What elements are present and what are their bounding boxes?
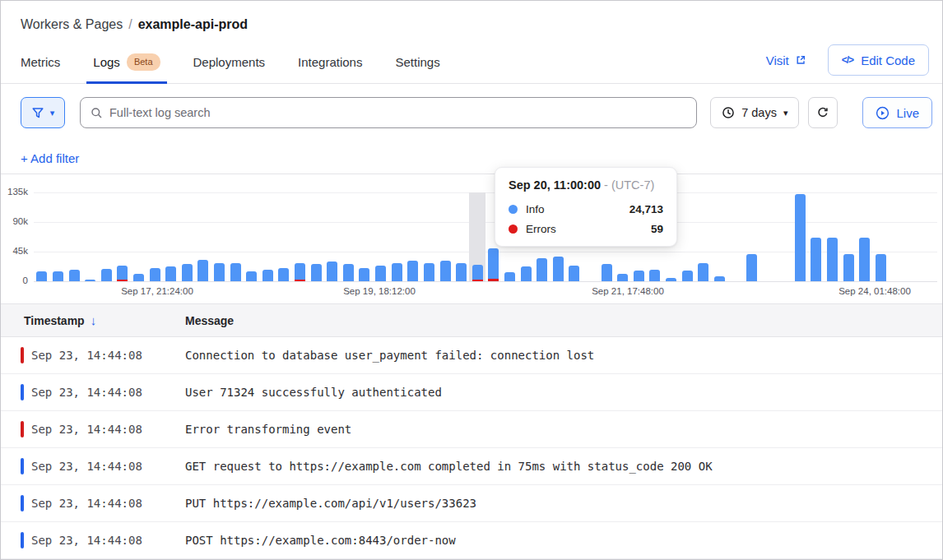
- log-timestamp: Sep 23, 14:44:08: [31, 349, 165, 362]
- log-table-header: Timestamp ↓ Message: [1, 303, 942, 337]
- chart-bar[interactable]: [682, 271, 693, 281]
- chart-bar[interactable]: [311, 264, 322, 281]
- chart-bar[interactable]: [295, 263, 305, 281]
- log-row[interactable]: Sep 23, 14:44:08Error transforming event: [1, 411, 942, 448]
- log-message: Error transforming event: [185, 423, 351, 436]
- chart-bar[interactable]: [150, 268, 160, 281]
- tooltip-series-label: Info: [526, 203, 545, 215]
- log-message: Connection to database user_payment fail…: [185, 349, 594, 362]
- live-label: Live: [896, 106, 919, 120]
- add-filter-link[interactable]: + Add filter: [21, 151, 79, 165]
- chart-bar[interactable]: [666, 278, 676, 281]
- caret-down-icon: ▾: [50, 109, 55, 118]
- chart-bar[interactable]: [230, 263, 241, 281]
- edit-code-button[interactable]: </> Edit Code: [828, 44, 929, 76]
- chart-bar[interactable]: [488, 248, 499, 281]
- chart-bar[interactable]: [843, 254, 854, 281]
- time-range-label: 7 days: [741, 106, 777, 119]
- log-row[interactable]: Sep 23, 14:44:08GET request to https://e…: [1, 448, 942, 485]
- error-level-indicator: [21, 421, 24, 437]
- log-volume-chart: 135k90k45k0Sep 17, 21:24:00Sep 19, 18:12…: [1, 174, 942, 303]
- log-row[interactable]: Sep 23, 14:44:08POST https://example.com…: [1, 522, 942, 559]
- chart-bar[interactable]: [521, 266, 532, 281]
- tab-label: Deployments: [193, 55, 266, 69]
- chart-bar[interactable]: [504, 272, 515, 281]
- chart-bar[interactable]: [246, 271, 257, 281]
- chart-bar[interactable]: [569, 266, 579, 281]
- chart-bar[interactable]: [165, 266, 176, 281]
- chart-bar[interactable]: [634, 271, 644, 281]
- chart-bar[interactable]: [182, 264, 193, 281]
- chart-bar[interactable]: [440, 261, 451, 281]
- chart-bar[interactable]: [343, 264, 354, 281]
- chart-bar[interactable]: [278, 268, 289, 281]
- edit-code-label: Edit Code: [861, 53, 915, 67]
- chart-bar[interactable]: [133, 274, 144, 281]
- chart-bar[interactable]: [117, 266, 128, 281]
- search-icon: [91, 107, 103, 119]
- live-button[interactable]: Live: [862, 97, 932, 128]
- chart-bar[interactable]: [698, 263, 708, 281]
- tooltip-series-value: 59: [651, 223, 663, 235]
- tooltip-title: Sep 20, 11:00:00 - (UTC-7): [509, 178, 663, 192]
- chart-bar[interactable]: [602, 264, 612, 281]
- tab-settings[interactable]: Settings: [388, 45, 446, 83]
- chart-bar[interactable]: [859, 238, 870, 281]
- log-search-box: [80, 97, 697, 128]
- chart-bar[interactable]: [827, 238, 838, 281]
- log-timestamp: Sep 23, 14:44:08: [31, 460, 165, 473]
- chart-bar[interactable]: [553, 257, 564, 281]
- chart-bar[interactable]: [407, 261, 418, 281]
- log-timestamp: Sep 23, 14:44:08: [31, 423, 165, 436]
- tooltip-timestamp: Sep 20, 11:00:00: [509, 178, 601, 192]
- chart-bar[interactable]: [537, 258, 547, 281]
- tab-logs[interactable]: LogsBeta: [86, 45, 166, 83]
- chart-bar[interactable]: [53, 271, 63, 281]
- tab-integrations[interactable]: Integrations: [291, 45, 369, 83]
- chart-bar[interactable]: [746, 254, 757, 281]
- header-actions: Visit </> Edit Code: [766, 44, 929, 76]
- tab-metrics[interactable]: Metrics: [14, 45, 67, 83]
- time-range-dropdown[interactable]: 7 days ▾: [710, 97, 799, 128]
- chart-bar[interactable]: [375, 266, 386, 281]
- chart-bar[interactable]: [69, 270, 80, 281]
- chart-gridline: [34, 281, 937, 282]
- chart-bar[interactable]: [424, 263, 434, 281]
- chart-bar[interactable]: [811, 238, 821, 281]
- x-axis-tick-label: Sep 19, 18:12:00: [343, 286, 416, 296]
- column-header-message: Message: [185, 314, 234, 327]
- log-row[interactable]: Sep 23, 14:44:08Connection to database u…: [1, 337, 942, 374]
- chart-bar[interactable]: [876, 254, 886, 281]
- filter-dropdown-button[interactable]: ▾: [21, 97, 65, 128]
- chart-bar[interactable]: [85, 280, 95, 281]
- breadcrumb-workers-pages[interactable]: Workers & Pages: [21, 17, 123, 31]
- chart-bar[interactable]: [262, 270, 273, 281]
- tab-bar-row: MetricsLogsBetaDeploymentsIntegrationsSe…: [1, 45, 942, 84]
- log-row[interactable]: Sep 23, 14:44:08User 71324 successfully …: [1, 374, 942, 411]
- chart-bar[interactable]: [197, 260, 208, 281]
- log-timestamp: Sep 23, 14:44:08: [31, 534, 165, 547]
- search-input[interactable]: [109, 106, 686, 119]
- chart-bar[interactable]: [714, 276, 725, 281]
- column-header-timestamp[interactable]: Timestamp ↓: [24, 313, 185, 327]
- chart-bar[interactable]: [359, 268, 369, 281]
- chart-bar[interactable]: [472, 265, 483, 281]
- chart-bar-error-segment: [488, 279, 499, 281]
- breadcrumb: Workers & Pages/example-api-prod: [1, 1, 942, 32]
- chart-bar[interactable]: [327, 261, 337, 281]
- caret-down-icon: ▾: [783, 109, 788, 118]
- visit-link[interactable]: Visit: [766, 53, 806, 67]
- chart-bar[interactable]: [392, 263, 402, 281]
- chart-bar[interactable]: [214, 263, 225, 281]
- tab-deployments[interactable]: Deployments: [187, 45, 272, 83]
- chart-bar[interactable]: [36, 271, 47, 281]
- chart-bar[interactable]: [649, 270, 660, 281]
- chart-bar[interactable]: [456, 263, 467, 281]
- tooltip-series-value: 24,713: [629, 203, 663, 215]
- chart-bar[interactable]: [617, 274, 628, 281]
- chart-bar[interactable]: [101, 269, 112, 281]
- info-level-indicator: [21, 495, 24, 511]
- refresh-button[interactable]: [808, 97, 838, 128]
- chart-bar[interactable]: [795, 194, 806, 281]
- log-row[interactable]: Sep 23, 14:44:08PUT https://example.com/…: [1, 485, 942, 522]
